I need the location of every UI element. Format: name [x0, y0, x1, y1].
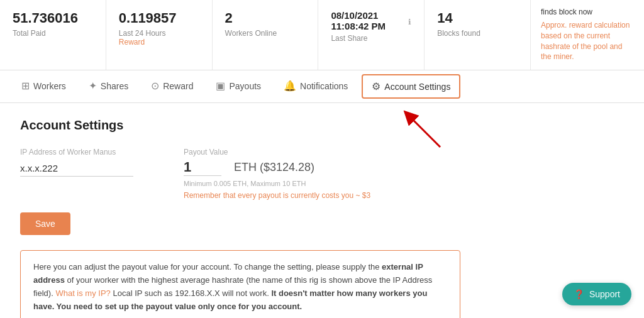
stat-last-share: 08/10/2021 11:08:42 PM ℹ Last Share [318, 0, 425, 70]
info-text-1: Here you can adjust the payout value for… [33, 262, 382, 271]
gear-icon: ⚙ [372, 80, 380, 92]
tab-account-settings[interactable]: ⚙ Account Settings [362, 74, 460, 99]
stat-last-24h: 0.119857 Last 24 Hours Reward [106, 0, 213, 70]
ip-label: IP Address of Worker Manus [20, 148, 133, 156]
stat-sublabel-last-24h: Reward [119, 38, 199, 47]
what-is-my-ip-link[interactable]: What is my IP? [55, 288, 110, 298]
finds-block-text: finds block now [541, 8, 634, 16]
tab-label-payouts: Payouts [229, 81, 261, 91]
tab-label-workers: Workers [33, 81, 66, 91]
stat-label-last-share: Last Share [331, 34, 411, 43]
tab-workers[interactable]: ⊞ Workers [10, 71, 77, 102]
stat-total-paid: 51.736016 Total Paid [0, 0, 106, 70]
bell-icon: 🔔 [284, 80, 296, 92]
support-label: Support [589, 289, 620, 299]
workers-icon: ⊞ [21, 80, 30, 92]
nav-tabs: ⊞ Workers ✦ Shares ⊙ Reward ▣ Payouts 🔔 … [0, 70, 644, 103]
approx-card: finds block now Approx. reward calculati… [531, 0, 644, 70]
ip-input[interactable] [20, 160, 133, 177]
stat-label-last-24h: Last 24 Hours [119, 29, 199, 38]
main-content: Account Settings IP Address of Worker Ma… [0, 103, 644, 318]
tab-reward[interactable]: ⊙ Reward [140, 71, 204, 102]
info-icon: ℹ [408, 18, 411, 26]
support-icon: ❓ [574, 289, 584, 299]
payouts-icon: ▣ [216, 80, 225, 92]
stat-value-blocks-found: 14 [437, 10, 518, 26]
stat-blocks-found: 14 Blocks found [425, 0, 531, 70]
tab-label-reward: Reward [163, 81, 193, 91]
stat-value-last-24h: 0.119857 [119, 10, 199, 26]
top-stats-bar: 51.736016 Total Paid 0.119857 Last 24 Ho… [0, 0, 644, 70]
tab-label-account-settings: Account Settings [384, 82, 450, 92]
payout-warning: Remember that every payout is currently … [184, 191, 370, 200]
stat-workers: 2 Workers Online [213, 0, 319, 70]
stat-label-workers: Workers Online [225, 29, 306, 38]
ip-form-group: IP Address of Worker Manus [20, 148, 133, 177]
tab-shares[interactable]: ✦ Shares [77, 71, 140, 102]
payout-label: Payout Value [184, 148, 370, 156]
stat-label-blocks-found: Blocks found [437, 29, 518, 38]
form-row: IP Address of Worker Manus Payout Value … [20, 148, 624, 200]
tab-payouts[interactable]: ▣ Payouts [204, 71, 272, 102]
tab-notifications[interactable]: 🔔 Notifications [272, 71, 359, 102]
approx-desc: Approx. reward calculation based on the … [541, 20, 634, 62]
save-button[interactable]: Save [20, 212, 70, 235]
info-text-3: Local IP such as 192.168.X.X will not wo… [111, 288, 272, 298]
stat-value-total-paid: 51.736016 [13, 10, 93, 26]
stat-label-total-paid: Total Paid [13, 29, 93, 38]
support-button[interactable]: ❓ Support [562, 283, 631, 305]
payout-form-group: Payout Value ETH ($3124.28) Minimum 0.00… [184, 148, 370, 200]
tab-label-shares: Shares [101, 81, 128, 91]
tab-area: ⊞ Workers ✦ Shares ⊙ Reward ▣ Payouts 🔔 … [0, 70, 644, 103]
stat-value-workers: 2 [225, 10, 306, 26]
shares-icon: ✦ [89, 80, 97, 92]
page-title: Account Settings [20, 118, 624, 133]
reward-icon: ⊙ [151, 80, 159, 92]
stat-value-last-share: 08/10/2021 11:08:42 PM [331, 10, 403, 31]
payout-input[interactable] [184, 159, 221, 176]
payout-min: Minimum 0.005 ETH, Maximum 10 ETH [184, 180, 370, 187]
payout-input-row: ETH ($3124.28) [184, 159, 370, 176]
eth-value: ETH ($3124.28) [234, 161, 314, 174]
info-box: Here you can adjust the payout value for… [20, 250, 460, 318]
tab-label-notifications: Notifications [300, 81, 348, 91]
